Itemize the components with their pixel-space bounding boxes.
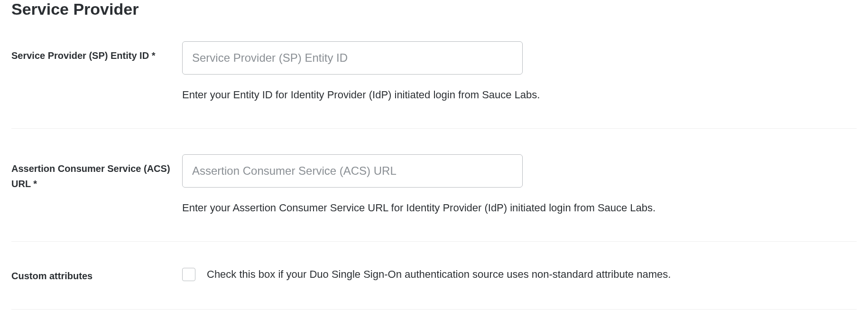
form-row-entity-id: Service Provider (SP) Entity ID * Enter … <box>11 41 857 129</box>
acs-url-input[interactable] <box>182 154 523 188</box>
acs-url-label: Assertion Consumer Service (ACS) URL * <box>11 154 182 191</box>
section-heading: Service Provider <box>11 0 857 19</box>
custom-attributes-checkbox-row: Check this box if your Duo Single Sign-O… <box>182 267 857 282</box>
form-row-custom-attributes: Custom attributes Check this box if your… <box>11 267 857 310</box>
custom-attributes-label: Custom attributes <box>11 267 182 283</box>
custom-attributes-checkbox[interactable] <box>182 268 195 281</box>
form-row-acs-url: Assertion Consumer Service (ACS) URL * E… <box>11 154 857 242</box>
custom-attributes-checkbox-label: Check this box if your Duo Single Sign-O… <box>207 267 671 282</box>
entity-id-input[interactable] <box>182 41 523 75</box>
custom-attributes-control-area: Check this box if your Duo Single Sign-O… <box>182 267 857 282</box>
entity-id-control-area: Enter your Entity ID for Identity Provid… <box>182 41 857 103</box>
entity-id-help-text: Enter your Entity ID for Identity Provid… <box>182 88 857 103</box>
acs-url-help-text: Enter your Assertion Consumer Service UR… <box>182 201 857 216</box>
acs-url-control-area: Enter your Assertion Consumer Service UR… <box>182 154 857 216</box>
entity-id-label: Service Provider (SP) Entity ID * <box>11 41 182 63</box>
